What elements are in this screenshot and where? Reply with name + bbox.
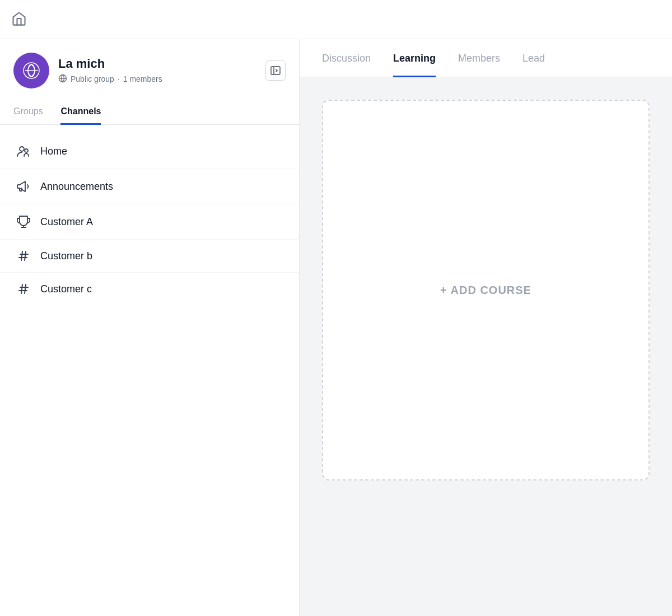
tab-groups[interactable]: Groups [13,100,43,125]
svg-rect-3 [271,67,280,74]
channel-label-customer-b: Customer b [40,250,92,262]
group-text: La mich Public group · 1 memb [58,57,162,84]
add-course-card[interactable]: + ADD COURSE [322,100,650,480]
tab-members[interactable]: Members [458,39,500,77]
sidebar: La mich Public group · 1 memb [0,39,300,616]
svg-line-12 [21,251,22,260]
channel-item-customer-c[interactable]: Customer c [0,273,299,305]
people-icon [16,144,31,158]
right-tabs: Discussion Learning Members Lead [300,39,672,77]
tab-learning[interactable]: Learning [393,39,436,77]
channel-list: Home Announcements [0,125,299,616]
svg-line-16 [21,284,22,293]
group-visibility: Public group [71,74,114,83]
group-avatar [13,53,49,88]
channel-item-customer-b[interactable]: Customer b [0,240,299,273]
home-icon[interactable] [11,11,27,29]
channel-item-customer-a[interactable]: Customer A [0,204,299,240]
channel-item-home[interactable]: Home [0,134,299,169]
top-bar [0,0,672,39]
group-member-count: 1 members [123,74,162,83]
channel-label-customer-a: Customer A [40,216,93,228]
right-panel: Discussion Learning Members Lead + ADD C… [300,39,672,616]
channel-label-customer-c: Customer c [40,283,92,295]
megaphone-icon [16,179,31,194]
globe-icon [58,74,67,85]
channel-label-home: Home [40,146,67,157]
hash-icon-c [16,283,31,295]
sidebar-tabs: Groups Channels [0,100,299,125]
tab-lead[interactable]: Lead [522,39,545,77]
group-info: La mich Public group · 1 memb [13,53,162,88]
svg-line-13 [25,251,26,260]
svg-line-17 [25,284,26,293]
group-name: La mich [58,57,162,71]
channel-item-announcements[interactable]: Announcements [0,169,299,204]
main-layout: La mich Public group · 1 memb [0,39,672,616]
svg-line-6 [276,71,277,72]
sidebar-toggle-button[interactable] [265,60,286,81]
hash-icon-b [16,250,31,262]
tab-channels[interactable]: Channels [60,100,101,125]
trophy-icon [16,214,31,229]
content-area: + ADD COURSE [300,77,672,616]
add-course-label: + ADD COURSE [440,284,531,297]
svg-point-7 [20,147,24,151]
tab-discussion[interactable]: Discussion [322,39,371,77]
group-meta: Public group · 1 members [58,74,162,85]
group-header: La mich Public group · 1 memb [0,39,299,88]
channel-label-announcements: Announcements [40,181,113,193]
